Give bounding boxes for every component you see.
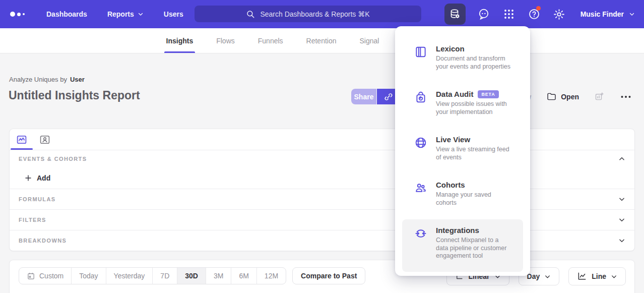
compare-label: Compare to Past: [301, 272, 357, 280]
share-button[interactable]: Share: [351, 89, 376, 104]
top-navigation-bar: Dashboards Reports Users Search Dashboar…: [0, 0, 644, 28]
section-breakdowns[interactable]: BREAKDOWNS: [10, 230, 634, 251]
date-range-controls: Custom Today Yesterday 7D 30D 3M 6M 12M …: [19, 267, 365, 284]
chat-bubble-icon: [477, 8, 490, 21]
events-cohorts-label: EVENTS & COHORTS: [19, 156, 87, 162]
range-12m[interactable]: 12M: [257, 268, 286, 284]
menu-item-data-audit[interactable]: Data Audit BETA View possible issues wit…: [402, 83, 523, 129]
chart-add-icon: [594, 91, 605, 102]
tab-retention[interactable]: Retention: [306, 28, 337, 53]
compare-to-past-button[interactable]: Compare to Past: [292, 267, 365, 284]
notification-dot: [536, 6, 541, 11]
settings-button[interactable]: [552, 4, 566, 25]
range-7d[interactable]: 7D: [153, 268, 177, 284]
section-events-cohorts[interactable]: EVENTS & COHORTS: [10, 150, 634, 167]
nav-dashboards-label: Dashboards: [46, 10, 87, 18]
nav-reports[interactable]: Reports: [107, 10, 144, 18]
menu-item-integrations[interactable]: Integrations Connect Mixpanel to a data …: [402, 219, 523, 272]
menu-item-live-view[interactable]: Live View View a live streaming feed of …: [402, 129, 523, 174]
globe-icon: [414, 136, 427, 149]
share-group: Share: [351, 89, 400, 104]
range-today-label: Today: [79, 272, 98, 280]
global-search-input[interactable]: Search Dashboards & Reports ⌘K: [195, 6, 421, 22]
cohorts-icon: [414, 182, 427, 195]
breakdowns-label: BREAKDOWNS: [19, 238, 67, 244]
open-report-button[interactable]: Open: [546, 91, 579, 102]
range-6m[interactable]: 6M: [231, 268, 256, 284]
database-gear-icon: [449, 8, 461, 20]
chevron-down-icon: [618, 237, 625, 244]
chevron-down-icon: [544, 273, 551, 280]
menu-item-cohorts[interactable]: Cohorts Manage your saved cohorts: [402, 174, 523, 219]
section-formulas[interactable]: FORMULAS: [10, 189, 634, 209]
chart-type-label: Line: [592, 272, 606, 280]
integrations-title: Integrations: [436, 226, 479, 235]
range-custom-label: Custom: [39, 272, 63, 280]
tab-signal[interactable]: Signal: [360, 28, 379, 53]
cohorts-description: Manage your saved cohorts: [436, 191, 511, 207]
menu-item-lexicon[interactable]: Lexicon Document and transform your even…: [402, 38, 523, 83]
range-custom[interactable]: Custom: [19, 268, 72, 284]
chevron-down-icon: [629, 11, 635, 17]
plus-icon: [24, 174, 32, 182]
tab-insights[interactable]: Insights: [166, 28, 194, 53]
range-yesterday-label: Yesterday: [114, 272, 145, 280]
chart-view-tab[interactable]: [16, 134, 27, 145]
nav-dashboards[interactable]: Dashboards: [46, 10, 87, 18]
tab-funnels[interactable]: Funnels: [258, 28, 283, 53]
analyze-value-selector[interactable]: User: [70, 76, 85, 83]
tab-retention-label: Retention: [306, 37, 337, 45]
data-audit-description: View possible issues with your implement…: [436, 100, 511, 116]
nav-reports-label: Reports: [107, 10, 134, 18]
range-6m-label: 6M: [239, 272, 248, 280]
data-audit-icon: [414, 91, 427, 104]
range-yesterday[interactable]: Yesterday: [106, 268, 153, 284]
range-3m[interactable]: 3M: [206, 268, 231, 284]
data-audit-title: Data Audit: [436, 90, 473, 98]
nav-users[interactable]: Users: [164, 10, 183, 18]
chevron-down-icon: [611, 273, 617, 280]
chart-type-dropdown[interactable]: Line: [568, 267, 626, 285]
folder-icon: [546, 91, 557, 102]
project-switcher[interactable]: Music Finder: [581, 10, 635, 18]
top-right-tools: Music Finder: [444, 0, 635, 28]
add-event-button[interactable]: Add: [10, 167, 634, 189]
formulas-label: FORMULAS: [19, 196, 56, 202]
mixpanel-logo-icon[interactable]: [10, 12, 33, 17]
beta-badge: BETA: [478, 90, 498, 98]
apps-grid-button[interactable]: [502, 4, 516, 25]
gear-icon: [553, 8, 565, 21]
live-view-title: Live View: [436, 135, 470, 144]
project-name: Music Finder: [581, 10, 624, 18]
more-options-button[interactable]: [620, 91, 632, 103]
user-tab-icon: [39, 134, 50, 145]
cohorts-title: Cohorts: [436, 181, 465, 189]
feedback-button[interactable]: [477, 4, 491, 25]
data-management-button[interactable]: [444, 4, 466, 25]
tab-flows[interactable]: Flows: [216, 28, 235, 53]
chevron-down-icon: [618, 216, 625, 223]
builder-view-tabs: [10, 129, 634, 150]
page-title[interactable]: Untitled Insights Report: [9, 89, 140, 102]
calendar-icon: [27, 272, 35, 280]
search-icon: [246, 10, 255, 19]
add-to-dashboard-button[interactable]: [594, 91, 605, 102]
section-filters[interactable]: FILTERS: [10, 209, 634, 230]
add-label: Add: [37, 174, 50, 182]
help-button[interactable]: [527, 4, 541, 25]
line-chart-icon: [577, 271, 587, 281]
users-view-tab[interactable]: [39, 134, 50, 145]
range-30d-label: 30D: [185, 272, 198, 280]
integrations-icon: [414, 227, 427, 240]
range-30d[interactable]: 30D: [177, 268, 206, 284]
search-placeholder: Search Dashboards & Reports ⌘K: [260, 10, 369, 18]
open-label: Open: [561, 93, 579, 101]
lexicon-description: Document and transform your events and p…: [436, 55, 511, 71]
tab-insights-label: Insights: [166, 37, 194, 45]
chevron-down-icon: [138, 11, 144, 17]
analyze-uniques-row: Analyze Uniques byUser: [9, 76, 85, 83]
book-icon: [414, 45, 427, 58]
range-today[interactable]: Today: [72, 268, 106, 284]
tab-flows-label: Flows: [216, 37, 235, 45]
line-chart-tab-icon: [16, 134, 27, 145]
